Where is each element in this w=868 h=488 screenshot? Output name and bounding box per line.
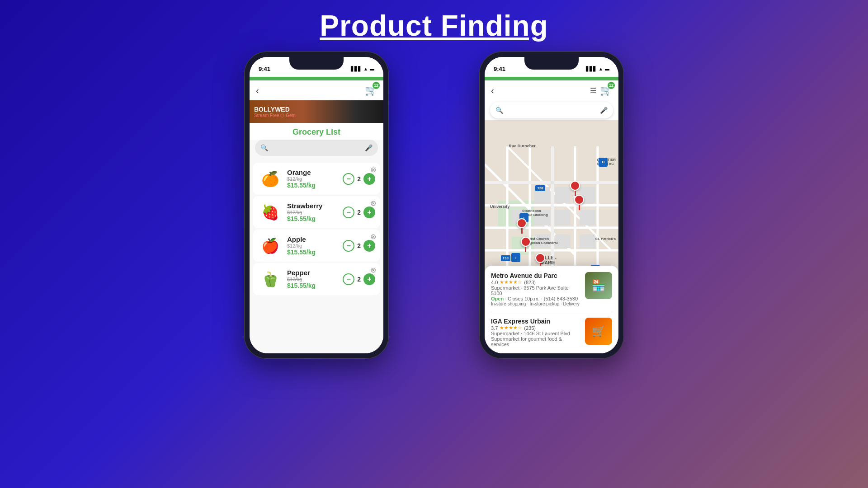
list-item: 🍎 Apple $12/kg $15.55/kg − 2 + ⊗ <box>253 230 380 262</box>
wifi-icon-right: ▲ <box>599 66 603 71</box>
left-phone-screen: 9:41 ▋▋▋ ▲ ▬ ‹ 🛒 12 BOLLYWED <box>250 57 383 353</box>
nav-bar-right: ‹ ☰ 🛒 12 <box>485 80 618 100</box>
store-type-iga: Supermarket · 1446 St Laurent Blvd <box>491 331 580 336</box>
map-marker-blue-1: H <box>599 158 608 167</box>
item-info-apple: Apple $12/kg $15.55/kg <box>287 235 338 256</box>
item-orig-price-orange: $12/kg <box>287 176 338 182</box>
qty-plus-strawberry[interactable]: + <box>363 206 375 218</box>
item-price-apple: $15.55/kg <box>287 249 338 256</box>
right-phone: 9:41 ▋▋▋ ▲ ▬ ‹ ☰ 🛒 12 <box>479 52 624 359</box>
ad-content: BOLLYWED Stream Free ⬡ Gem <box>254 106 296 118</box>
remove-strawberry[interactable]: ⊗ <box>370 199 376 207</box>
map-container[interactable]: Rue Durocher QUARTIERSPECTAC 138 Univers… <box>485 120 618 353</box>
qty-minus-apple[interactable]: − <box>343 240 354 252</box>
ad-subtitle: Stream Free ⬡ Gem <box>254 113 296 118</box>
map-pin-4 <box>521 237 531 252</box>
svg-rect-26 <box>580 235 595 248</box>
map-marker-blue-3: i <box>511 253 520 262</box>
grocery-screen-content: Grocery List 🔍 🎤 🍊 Orange $12/kg $15.55/… <box>250 123 383 353</box>
map-pin-3 <box>517 218 527 234</box>
green-accent-bar-right <box>485 77 618 80</box>
list-view-icon[interactable]: ☰ <box>590 86 596 95</box>
store-thumb-iga: 🛒 <box>585 318 612 345</box>
store-hours-metro: Open · Closes 10p.m. · (514) 843-3530 <box>491 296 580 301</box>
item-controls-strawberry: − 2 + <box>343 206 375 218</box>
remove-pepper[interactable]: ⊗ <box>370 266 376 274</box>
ad-banner[interactable]: BOLLYWED Stream Free ⬡ Gem <box>250 100 383 123</box>
item-image-pepper: 🫑 <box>258 267 283 291</box>
rating-value-iga: 3.7 <box>491 325 498 331</box>
qty-minus-strawberry[interactable]: − <box>343 206 354 218</box>
item-name-strawberry: Strawberry <box>287 202 338 210</box>
remove-apple[interactable]: ⊗ <box>370 232 376 241</box>
list-item: 🍊 Orange $12/kg $15.55/kg − 2 + ⊗ <box>253 163 380 195</box>
item-info-strawberry: Strawberry $12/kg $15.55/kg <box>287 202 338 222</box>
item-orig-price-apple: $12/kg <box>287 243 338 249</box>
store-item-metro[interactable]: Metro Avenue du Parc 4.0 ★★★★☆ (823) Sup… <box>491 272 612 312</box>
map-label-university: University <box>490 204 510 209</box>
qty-minus-pepper[interactable]: − <box>343 273 354 285</box>
mic-icon-left[interactable]: 🎤 <box>365 144 373 151</box>
item-name-apple: Apple <box>287 235 338 243</box>
store-rating-iga: 3.7 ★★★★☆ (235) <box>491 325 580 331</box>
remove-orange[interactable]: ⊗ <box>370 165 376 174</box>
qty-num-apple: 2 <box>357 242 361 249</box>
ad-title: BOLLYWED <box>254 106 296 113</box>
item-orig-price-strawberry: $12/kg <box>287 210 338 215</box>
status-icons-left: ▋▋▋ ▲ ▬ <box>351 66 374 71</box>
map-mic-icon[interactable]: 🎤 <box>600 107 608 114</box>
qty-num-orange: 2 <box>357 175 361 183</box>
svg-rect-20 <box>555 210 571 225</box>
store-image-metro: 🏪 <box>585 272 612 299</box>
qty-plus-apple[interactable]: + <box>363 240 375 252</box>
wifi-icon: ▲ <box>363 66 368 71</box>
search-icon-left: 🔍 <box>260 144 268 151</box>
map-pin-1 <box>570 181 580 196</box>
svg-rect-23 <box>580 210 595 225</box>
qty-num-pepper: 2 <box>357 276 361 283</box>
review-count-metro: (823) <box>524 280 536 285</box>
right-phone-screen: 9:41 ▋▋▋ ▲ ▬ ‹ ☰ 🛒 12 <box>485 57 618 353</box>
stars-iga: ★★★★☆ <box>500 325 522 331</box>
item-info-pepper: Pepper $12/kg $15.55/kg <box>287 269 338 289</box>
qty-num-strawberry: 2 <box>357 209 361 216</box>
stars-metro: ★★★★☆ <box>500 279 522 285</box>
store-type-metro: Supermarket · 3575 Park Ave Suite 5100 <box>491 285 580 296</box>
item-info-orange: Orange $12/kg $15.55/kg <box>287 169 338 189</box>
item-controls-orange: − 2 + <box>343 173 375 185</box>
store-thumb-metro: 🏪 <box>585 272 612 299</box>
item-orig-price-pepper: $12/kg <box>287 277 338 282</box>
store-info-metro: Metro Avenue du Parc 4.0 ★★★★☆ (823) Sup… <box>491 272 580 306</box>
cart-badge-right: 12 <box>608 82 615 89</box>
search-bar-left[interactable]: 🔍 🎤 <box>255 140 378 156</box>
battery-icon-right: ▬ <box>605 66 609 71</box>
map-pin-2 <box>574 195 584 210</box>
back-button-right[interactable]: ‹ <box>491 85 494 96</box>
cart-wrapper-right[interactable]: 🛒 12 <box>600 84 612 96</box>
status-time-right: 9:41 <box>494 66 505 72</box>
list-item: 🍓 Strawberry $12/kg $15.55/kg − 2 + ⊗ <box>253 196 380 228</box>
status-icons-right: ▋▋▋ ▲ ▬ <box>586 66 609 71</box>
list-item: 🫑 Pepper $12/kg $15.55/kg − 2 + ⊗ <box>253 263 380 295</box>
item-controls-pepper: − 2 + <box>343 273 375 285</box>
back-button-left[interactable]: ‹ <box>256 85 259 96</box>
rating-value-metro: 4.0 <box>491 280 498 285</box>
cart-wrapper-left[interactable]: 🛒 12 <box>365 84 377 96</box>
phones-container: 9:41 ▋▋▋ ▲ ▬ ‹ 🛒 12 BOLLYWED <box>244 52 624 359</box>
qty-plus-pepper[interactable]: + <box>363 273 375 285</box>
review-count-iga: (235) <box>524 325 536 331</box>
store-info-iga: IGA Express Urbain 3.7 ★★★★☆ (235) Super… <box>491 318 580 347</box>
map-background: Rue Durocher QUARTIERSPECTAC 138 Univers… <box>485 120 618 353</box>
grocery-items-list: 🍊 Orange $12/kg $15.55/kg − 2 + ⊗ <box>250 160 383 353</box>
store-item-iga[interactable]: IGA Express Urbain 3.7 ★★★★☆ (235) Super… <box>491 318 612 347</box>
store-info-panel: Metro Avenue du Parc 4.0 ★★★★☆ (823) Sup… <box>485 266 618 353</box>
page-title: Product Finding <box>320 9 548 42</box>
green-accent-bar-left <box>250 77 383 80</box>
qty-minus-orange[interactable]: − <box>343 173 354 185</box>
store-image-iga: 🛒 <box>585 318 612 345</box>
battery-icon: ▬ <box>370 66 374 71</box>
map-label-138-bottom: 138 <box>501 255 510 261</box>
map-search-bar[interactable]: 🔍 🎤 <box>490 102 613 118</box>
qty-plus-orange[interactable]: + <box>363 173 375 185</box>
map-label-rue-durocher: Rue Durocher <box>509 144 536 148</box>
